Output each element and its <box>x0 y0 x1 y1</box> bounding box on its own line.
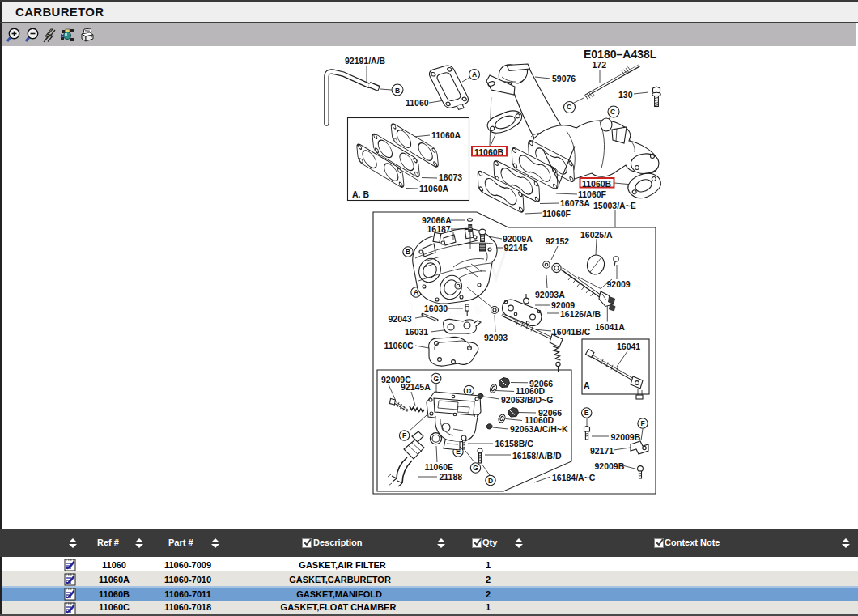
svg-text:92063/B/D~G: 92063/B/D~G <box>501 395 554 405</box>
svg-text:92145: 92145 <box>504 243 528 253</box>
svg-text:92009B: 92009B <box>611 432 641 442</box>
svg-text:G: G <box>473 464 478 472</box>
svg-text:16025/A: 16025/A <box>580 230 613 240</box>
svg-text:11060C: 11060C <box>384 341 414 350</box>
svg-text:F: F <box>640 419 644 427</box>
svg-text:15003/A~E: 15003/A~E <box>593 201 636 210</box>
svg-text:92009B: 92009B <box>595 461 625 471</box>
svg-text:172: 172 <box>593 60 607 70</box>
svg-text:16041: 16041 <box>617 342 640 351</box>
svg-text:16073A: 16073A <box>560 198 590 208</box>
svg-text:11060: 11060 <box>406 98 429 108</box>
svg-text:92171: 92171 <box>590 446 614 456</box>
svg-text:G: G <box>433 375 439 383</box>
svg-text:21188: 21188 <box>440 472 463 482</box>
svg-text:16031: 16031 <box>405 327 428 337</box>
svg-text:11060F: 11060F <box>542 209 571 219</box>
svg-text:16158B/C: 16158B/C <box>495 439 534 448</box>
svg-text:92145A: 92145A <box>401 382 431 392</box>
svg-text:11060E: 11060E <box>425 462 454 472</box>
svg-text:A: A <box>472 70 477 79</box>
svg-text:16030: 16030 <box>424 304 448 313</box>
svg-text:C: C <box>610 108 615 116</box>
svg-text:A. B: A. B <box>352 189 369 199</box>
svg-text:16041B/C: 16041B/C <box>552 327 591 337</box>
svg-text:11060F: 11060F <box>578 189 607 199</box>
svg-text:16158/A/B/D: 16158/A/B/D <box>512 451 562 461</box>
svg-text:92093: 92093 <box>484 333 508 342</box>
svg-text:11060A: 11060A <box>431 130 461 140</box>
svg-text:92043: 92043 <box>389 314 412 324</box>
svg-text:11060B: 11060B <box>474 147 504 157</box>
svg-text:92191/A/B: 92191/A/B <box>345 56 386 66</box>
svg-text:E: E <box>584 409 589 417</box>
svg-text:A: A <box>584 380 590 390</box>
svg-text:11060A: 11060A <box>419 184 449 193</box>
svg-text:16184/A~C: 16184/A~C <box>552 473 596 482</box>
svg-text:D: D <box>488 477 493 485</box>
svg-text:92063A/C/H~K: 92063A/C/H~K <box>510 424 568 434</box>
svg-text:C: C <box>567 103 571 111</box>
svg-text:92093A: 92093A <box>535 290 565 300</box>
svg-text:16041A: 16041A <box>595 322 625 332</box>
svg-text:B: B <box>395 87 400 95</box>
svg-text:16073: 16073 <box>439 172 462 182</box>
svg-text:130: 130 <box>618 90 633 100</box>
svg-text:59076: 59076 <box>552 74 576 83</box>
svg-text:E0180–A438L: E0180–A438L <box>584 48 657 61</box>
svg-text:92152: 92152 <box>546 236 569 246</box>
svg-text:F: F <box>402 431 406 440</box>
svg-text:11060B: 11060B <box>582 179 612 189</box>
svg-text:16126/A/B: 16126/A/B <box>560 309 601 319</box>
svg-text:D: D <box>466 387 471 395</box>
svg-text:B: B <box>406 248 410 256</box>
